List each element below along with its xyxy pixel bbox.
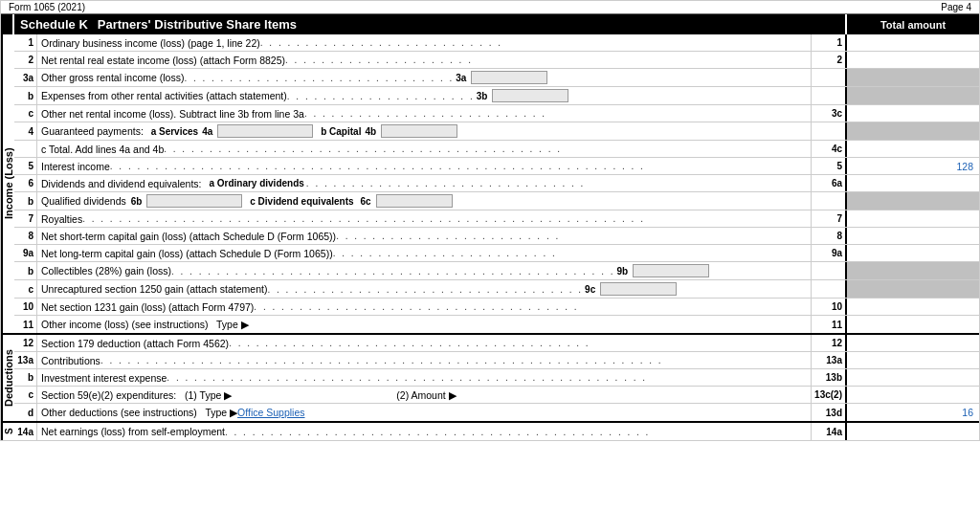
- table-row: b Investment interest expense . . . . . …: [14, 369, 979, 387]
- row-number: 9a: [14, 245, 37, 261]
- row-label: Interest income . . . . . . . . . . . . …: [37, 158, 811, 174]
- inline-label-b: b Capital: [321, 126, 361, 137]
- row-ref: 4c: [811, 141, 845, 157]
- input-6b[interactable]: [146, 194, 242, 208]
- row-label: Collectibles (28%) gain (loss) . . . . .…: [37, 262, 811, 279]
- row-ref: 8: [811, 228, 845, 244]
- dots: . . . . . . . . . . . . . . . . . . . . …: [260, 37, 502, 48]
- row-ref: 5: [811, 158, 845, 174]
- row-label: Investment interest expense . . . . . . …: [37, 369, 811, 386]
- dots: . . . . . . . . . . . . . . . . . . . . …: [100, 355, 663, 365]
- table-row: b Expenses from other rental activities …: [14, 87, 979, 105]
- input-4a[interactable]: [217, 124, 313, 138]
- total-value: [845, 387, 979, 403]
- row-ref: [811, 87, 845, 104]
- row-number: 11: [14, 316, 37, 333]
- total-value: [845, 192, 979, 210]
- total-value: [845, 105, 979, 122]
- row-label: Other deductions (see instructions) Type…: [37, 404, 811, 421]
- row-number: b: [14, 262, 37, 279]
- dots: . . . . . . . . . . . . . . . . . . . . …: [254, 301, 578, 312]
- row-ref: 10: [811, 299, 845, 315]
- total-value: [845, 210, 979, 227]
- table-row: b Collectibles (28%) gain (loss) . . . .…: [14, 262, 979, 280]
- input-3a[interactable]: [471, 71, 547, 84]
- dots: . . . . . . . . . . . . . . . . . . . . …: [184, 73, 454, 83]
- total-value: [845, 262, 979, 279]
- income-rows: 1 Ordinary business income (loss) (page …: [14, 34, 979, 333]
- total-value: [845, 423, 979, 440]
- table-row: 9a Net long-term capital gain (loss) (at…: [14, 245, 979, 262]
- dots: . . . . . . . . . . . . . . . . . . . . …: [333, 248, 557, 258]
- row-number: 1: [14, 34, 37, 51]
- table-row: 12 Section 179 deduction (attach Form 45…: [14, 335, 979, 352]
- dots: . . . . . . . . . . . . . . . . . . . . …: [306, 178, 585, 188]
- total-value: [845, 352, 979, 368]
- inline-label-3a: 3a: [456, 73, 466, 83]
- total-value: 128: [845, 158, 979, 174]
- row-number: b: [14, 192, 37, 210]
- side-spacer: [1, 14, 14, 34]
- row-label: Contributions . . . . . . . . . . . . . …: [37, 352, 811, 368]
- row-label: Net earnings (loss) from self-employment…: [37, 423, 811, 440]
- row-label: Net rental real estate income (loss) (at…: [37, 52, 811, 68]
- row-number: c: [14, 387, 37, 403]
- row-ref: 6a: [811, 175, 845, 191]
- row-number: 10: [14, 299, 37, 315]
- row-label: Expenses from other rental activities (a…: [37, 87, 811, 104]
- office-supplies-link[interactable]: Office Supplies: [237, 407, 304, 418]
- row-ref: 13a: [811, 352, 845, 368]
- schedule-header: Schedule K Partners' Distributive Share …: [1, 14, 979, 34]
- total-value: [845, 228, 979, 244]
- row-number: 8: [14, 228, 37, 244]
- dots: . . . . . . . . . . . . . . . . . . . . …: [287, 91, 475, 101]
- total-value: 16: [845, 404, 979, 421]
- table-row: 3a Other gross rental income (loss) . . …: [14, 69, 979, 87]
- deductions-label: Deductions: [1, 335, 14, 421]
- form-title: Form 1065 (2021): [9, 2, 85, 12]
- row-number: 3a: [14, 69, 37, 86]
- total-value: [845, 141, 979, 157]
- row-label: Net short-term capital gain (loss) (atta…: [37, 228, 811, 244]
- row-label: Qualified dividends 6b c Dividend equiva…: [37, 192, 811, 210]
- inline-9c: 9c: [585, 284, 595, 295]
- table-row: 13a Contributions . . . . . . . . . . . …: [14, 352, 979, 369]
- row-label: Guaranteed payments: a Services 4a b Cap…: [37, 122, 811, 140]
- schedule-k-label: Schedule K: [20, 17, 88, 32]
- deductions-section: Deductions 12 Section 179 deduction (att…: [1, 335, 979, 423]
- table-row: 10 Net section 1231 gain (loss) (attach …: [14, 299, 979, 316]
- row-number: b: [14, 87, 37, 104]
- row-number: 7: [14, 210, 37, 227]
- input-6c[interactable]: [376, 194, 453, 208]
- row-label: Dividends and dividend equivalents: a Or…: [37, 175, 811, 191]
- row-ref: [811, 122, 845, 140]
- last-section: S 14a Net earnings (loss) from self-empl…: [1, 423, 979, 440]
- table-row: d Other deductions (see instructions) Ty…: [14, 404, 979, 421]
- dots: . . . . . . . . . . . . . . . . . . . . …: [304, 108, 546, 119]
- input-3b[interactable]: [492, 89, 568, 102]
- input-9b[interactable]: [633, 264, 709, 277]
- table-row: 11 Other income (loss) (see instructions…: [14, 316, 979, 333]
- deduction-rows: 12 Section 179 deduction (attach Form 45…: [14, 335, 979, 421]
- dots: . . . . . . . . . . . . . . . . . . . . …: [164, 144, 562, 154]
- row-ref: 1: [811, 34, 845, 51]
- row-ref: 14a: [811, 423, 845, 440]
- total-value: [845, 52, 979, 68]
- inline-c: c Dividend equivalents: [250, 196, 353, 207]
- total-value: [845, 299, 979, 315]
- row-ref: 7: [811, 210, 845, 227]
- table-row: 4 Guaranteed payments: a Services 4a b C…: [14, 122, 979, 141]
- row-ref: 11: [811, 316, 845, 333]
- input-4b[interactable]: [381, 124, 457, 138]
- table-row: 5 Interest income . . . . . . . . . . . …: [14, 158, 979, 175]
- row-number: 5: [14, 158, 37, 174]
- total-value: [845, 175, 979, 191]
- row-number: b: [14, 369, 37, 386]
- total-value: [845, 122, 979, 140]
- input-9c[interactable]: [600, 282, 677, 296]
- row-ref: 3c: [811, 105, 845, 122]
- total-amount-header: Total amount: [845, 14, 979, 34]
- table-row: c Section 59(e)(2) expenditures: (1) Typ…: [14, 387, 979, 404]
- row-label: Other gross rental income (loss) . . . .…: [37, 69, 811, 86]
- total-value: [845, 87, 979, 104]
